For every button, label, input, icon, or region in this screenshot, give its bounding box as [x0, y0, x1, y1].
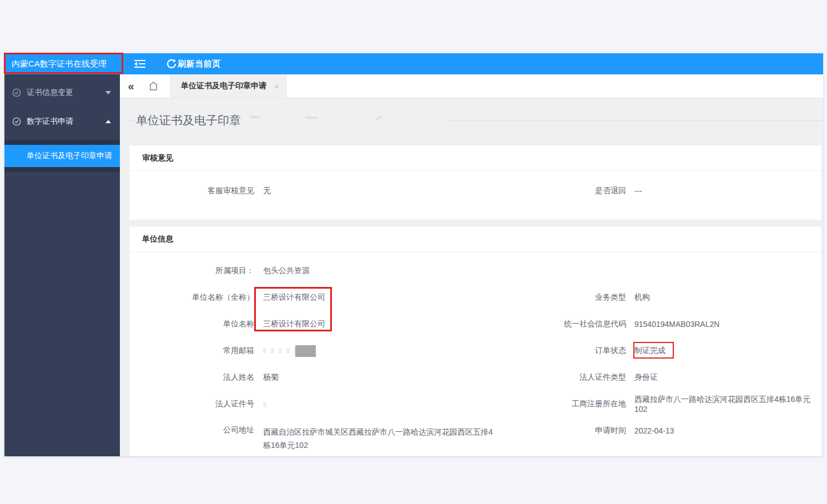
- review-opinion-card: 审核意见 客服审核意见 无 是否退回 ---: [129, 145, 822, 220]
- refresh-label: 刷新当前页: [178, 59, 221, 69]
- collapse-tabs-button[interactable]: «: [120, 74, 142, 98]
- sidebar-item-digital-cert-apply[interactable]: 数字证书申请: [4, 111, 120, 132]
- field-label: 公司地址: [129, 425, 254, 435]
- field-label: 所属项目：: [129, 266, 254, 276]
- title-divider-right: [450, 120, 822, 121]
- sidebar-subitem-label: 单位证书及电子印章申请: [27, 151, 112, 161]
- field-service-review-opinion: 客服审核意见 无: [129, 175, 496, 206]
- field-common-email: 常用邮箱: [129, 337, 496, 364]
- field-label: 常用邮箱: [129, 346, 254, 356]
- field-label: 单位名称（全称）: [129, 293, 254, 303]
- field-business-registration-location: 工商注册所在地 西藏拉萨市八一路哈达滨河花园西区五排4栋16单元102: [496, 391, 821, 417]
- menu-fold-button[interactable]: [134, 59, 145, 68]
- field-value: 身份证: [634, 372, 658, 382]
- unit-card-header: 单位信息: [129, 226, 821, 252]
- sidebar: 内蒙CA数字证书在线受理 证书信息变更 数字证书申请: [4, 53, 120, 456]
- field-unified-social-code: 统一社会信息代码 91540194MAB03RAL2N: [496, 311, 821, 337]
- field-unit-name: 单位名称 三桥设计有限公司: [129, 311, 496, 337]
- field-value: 包头公共资源: [263, 266, 310, 276]
- content-area: 单位证书及电子印章 审核意见 客服审核意见 无 是否退回 ---: [120, 98, 823, 456]
- refresh-icon: [167, 59, 177, 69]
- redacted-smudge: [250, 116, 260, 118]
- field-apply-time: 申请时间 2022-04-13: [496, 417, 821, 444]
- menu-fold-icon: [134, 59, 145, 68]
- main-area: 刷新当前页 « 单位证书及电子印章申请 × 单位证书及电子印章: [120, 53, 823, 456]
- spacer: [496, 258, 821, 284]
- field-value: 机构: [634, 293, 650, 303]
- tab-bar: « 单位证书及电子印章申请 ×: [120, 74, 823, 98]
- sidebar-item-label: 数字证书申请: [27, 117, 105, 127]
- unit-info-card: 单位信息 所属项目： 包头公共资源 单位名称（全称） 三桥设计有限公司 单位名称: [129, 226, 822, 456]
- status-badge: 制证完成: [634, 346, 665, 356]
- refresh-page-button[interactable]: 刷新当前页: [167, 59, 221, 69]
- field-project: 所属项目： 包头公共资源: [129, 258, 496, 284]
- field-value: 杨菊: [263, 372, 279, 382]
- field-legal-person-id-number: 法人证件号: [129, 391, 496, 417]
- field-business-type: 业务类型 机构: [496, 284, 821, 311]
- field-value: 91540194MAB03RAL2N: [634, 320, 719, 329]
- sidebar-item-label: 证书信息变更: [27, 88, 105, 98]
- field-value: 三桥设计有限公司: [263, 293, 325, 303]
- field-legal-person-id-type: 法人证件类型 身份证: [496, 364, 821, 391]
- field-value: 三桥设计有限公司: [263, 319, 325, 329]
- field-label: 订单状态: [496, 346, 626, 356]
- field-label: 法人证件号: [129, 399, 254, 409]
- tab-label: 单位证书及电子印章申请: [181, 81, 266, 91]
- field-order-status: 订单状态 制证完成: [496, 337, 821, 364]
- sidebar-submenu: 单位证书及电子印章申请: [4, 140, 120, 172]
- page-title: 单位证书及电子印章: [136, 113, 241, 128]
- field-value: 西藏拉萨市八一路哈达滨河花园西区五排4栋16单元102: [634, 395, 821, 414]
- app-title: 内蒙CA数字证书在线受理: [4, 53, 120, 74]
- field-label: 单位名称: [129, 319, 254, 329]
- redacted-smudge: [305, 117, 317, 119]
- check-circle-icon: [12, 117, 21, 126]
- app-window: 内蒙CA数字证书在线受理 证书信息变更 数字证书申请: [4, 53, 823, 456]
- topbar: 刷新当前页: [120, 53, 823, 74]
- field-label: 申请时间: [496, 426, 626, 436]
- chevron-down-icon: [105, 91, 111, 94]
- review-fields-row: 客服审核意见 无 是否退回 ---: [129, 171, 821, 206]
- sidebar-item-unit-cert-seal-apply[interactable]: 单位证书及电子印章申请: [4, 145, 120, 167]
- home-tab-button[interactable]: [142, 74, 164, 98]
- field-value: 2022-04-13: [634, 426, 674, 435]
- chevron-up-icon: [105, 120, 111, 123]
- field-value: 无: [263, 186, 271, 196]
- field-label: 客服审核意见: [129, 186, 254, 196]
- check-circle-icon: [12, 88, 21, 97]
- sidebar-menu: 证书信息变更 数字证书申请 单位证书及电子印章申请: [4, 74, 120, 172]
- close-icon[interactable]: ×: [274, 82, 279, 91]
- field-value: ---: [634, 187, 642, 195]
- page-title-row: 单位证书及电子印章: [129, 108, 822, 133]
- field-label: 统一社会信息代码: [496, 319, 626, 329]
- field-value-empty: [263, 400, 266, 409]
- field-legal-person-name: 法人姓名 杨菊: [129, 364, 496, 391]
- unit-left-column: 所属项目： 包头公共资源 单位名称（全称） 三桥设计有限公司 单位名称 三桥设计…: [129, 258, 496, 452]
- unit-card-body: 所属项目： 包头公共资源 单位名称（全称） 三桥设计有限公司 单位名称 三桥设计…: [129, 252, 821, 452]
- field-label: 工商注册所在地: [496, 399, 626, 409]
- app-title-text: 内蒙CA数字证书在线受理: [12, 59, 107, 69]
- field-value: 西藏自治区拉萨市城关区西藏拉萨市八一路哈达滨河花园西区五排4栋16单元102: [263, 425, 496, 452]
- redacted-text: [263, 402, 266, 407]
- field-company-address: 公司地址 西藏自治区拉萨市城关区西藏拉萨市八一路哈达滨河花园西区五排4栋16单元…: [129, 417, 496, 452]
- redaction-block: [295, 345, 316, 357]
- redacted-smudge: [374, 115, 382, 122]
- field-label: 业务类型: [496, 293, 626, 303]
- title-divider-left: [129, 120, 135, 121]
- tab-unit-cert-seal-apply[interactable]: 单位证书及电子印章申请 ×: [170, 74, 287, 98]
- sidebar-item-cert-info-change[interactable]: 证书信息变更: [4, 82, 120, 103]
- redacted-text: [263, 348, 295, 354]
- field-label: 是否退回: [496, 186, 626, 196]
- home-icon: [148, 81, 159, 91]
- unit-right-column: 业务类型 机构 统一社会信息代码 91540194MAB03RAL2N 订单状态…: [496, 258, 821, 452]
- field-is-returned: 是否退回 ---: [496, 175, 821, 206]
- field-label: 法人姓名: [129, 372, 254, 382]
- field-label: 法人证件类型: [496, 372, 626, 382]
- review-card-header: 审核意见: [129, 145, 821, 171]
- field-value-redacted: [263, 345, 316, 357]
- field-unit-full-name: 单位名称（全称） 三桥设计有限公司: [129, 284, 496, 311]
